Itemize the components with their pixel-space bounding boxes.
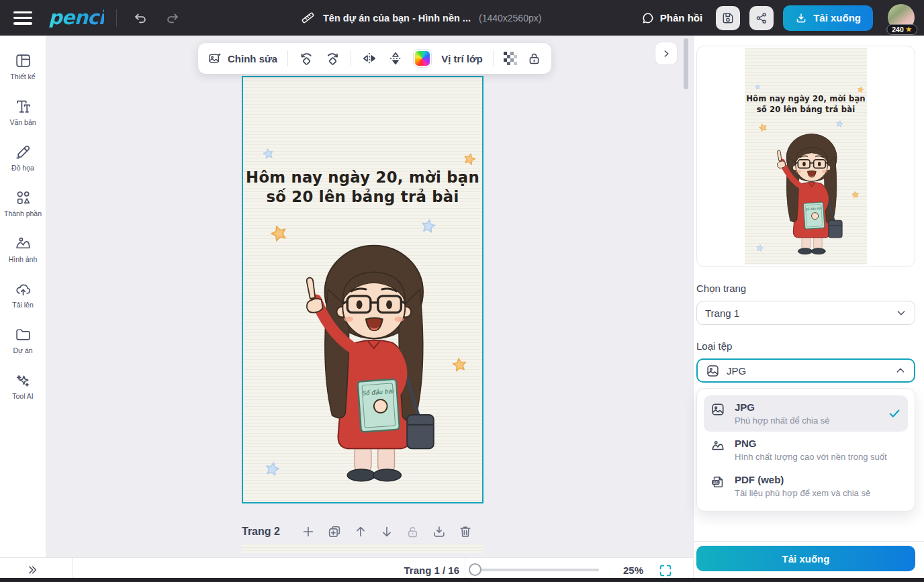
project-title[interactable]: Tên dự án của bạn - Hình nền ... bbox=[323, 13, 471, 23]
redo-icon[interactable] bbox=[164, 9, 181, 27]
jpg-file-icon bbox=[710, 402, 727, 417]
color-picker-swatch[interactable] bbox=[414, 50, 431, 67]
sidebar-item-images[interactable]: Hình ảnh bbox=[0, 226, 46, 272]
file-type-option-jpg[interactable]: JPG Phù hợp nhất để chia sẻ bbox=[704, 395, 908, 432]
lock-icon[interactable] bbox=[527, 52, 541, 66]
jpg-file-icon bbox=[706, 364, 720, 378]
unlock-icon[interactable] bbox=[405, 524, 421, 540]
design-icon bbox=[15, 52, 32, 69]
png-file-icon bbox=[710, 438, 727, 453]
transparency-icon[interactable] bbox=[504, 52, 517, 65]
panel-download-button[interactable]: Tải xuống bbox=[696, 546, 915, 571]
duplicate-page-icon[interactable] bbox=[326, 524, 342, 540]
save-icon bbox=[721, 11, 735, 25]
download-panel: Chọn trang Trang 1 Loại tệp JPG JPG Phù … bbox=[693, 36, 924, 582]
images-icon bbox=[15, 235, 32, 252]
divider bbox=[116, 9, 117, 27]
chevron-down-icon bbox=[896, 307, 907, 318]
share-button[interactable] bbox=[749, 6, 774, 30]
share-icon bbox=[755, 11, 768, 25]
divider bbox=[287, 50, 288, 66]
credits-badge[interactable]: 240★ bbox=[886, 24, 917, 35]
left-sidebar: Thiết kế Văn bản Đồ họa Thành phần Hình … bbox=[0, 36, 46, 557]
edit-button[interactable]: Chỉnh sửa bbox=[208, 52, 277, 66]
fullscreen-icon[interactable] bbox=[658, 563, 673, 578]
design-artwork[interactable] bbox=[243, 77, 482, 502]
file-type-label: Loại tệp bbox=[696, 340, 915, 352]
ruler-icon bbox=[301, 11, 315, 25]
move-down-icon[interactable] bbox=[379, 524, 395, 540]
vertical-scrollbar[interactable] bbox=[684, 38, 688, 89]
star-icon: ★ bbox=[906, 26, 912, 33]
layer-position-button[interactable]: Vị trí lớp bbox=[441, 53, 483, 64]
chevron-up-icon bbox=[895, 365, 906, 376]
sidebar-item-ai-tools[interactable]: Tool AI bbox=[0, 363, 46, 409]
zoom-slider-handle[interactable] bbox=[469, 563, 481, 576]
preview-card bbox=[696, 46, 915, 267]
file-type-option-pdf[interactable]: PDF PDF (web) Tài liệu phù hợp để xem và… bbox=[704, 468, 908, 504]
feedback-icon bbox=[641, 11, 655, 25]
file-type-select[interactable]: JPG bbox=[696, 358, 915, 383]
choose-page-label: Chọn trang bbox=[696, 283, 915, 294]
chevron-right-icon bbox=[661, 49, 671, 58]
collapse-sidebar-icon[interactable] bbox=[23, 561, 42, 579]
flip-horizontal-icon[interactable] bbox=[361, 50, 377, 66]
svg-text:PDF: PDF bbox=[712, 481, 719, 484]
flip-vertical-icon[interactable] bbox=[387, 50, 404, 66]
design-page[interactable] bbox=[242, 76, 483, 503]
sidebar-item-projects[interactable]: Dự án bbox=[0, 318, 46, 363]
feedback-button[interactable]: Phản hồi bbox=[641, 11, 702, 25]
projects-icon bbox=[15, 326, 32, 343]
file-type-menu: JPG Phù hợp nhất để chia sẻ PNG Hình chấ… bbox=[696, 388, 915, 512]
check-icon bbox=[888, 407, 901, 420]
components-icon bbox=[15, 189, 32, 206]
floating-toolbar: Chỉnh sửa Vị trí lớp bbox=[198, 43, 551, 74]
delete-page-icon[interactable] bbox=[457, 524, 473, 540]
ai-tools-icon bbox=[15, 372, 32, 389]
choose-page-select[interactable]: Trang 1 bbox=[696, 301, 915, 325]
rotate-left-icon[interactable] bbox=[298, 50, 314, 66]
add-page-icon[interactable] bbox=[300, 524, 316, 540]
top-bar: penci Tên dự án của bạn - Hình nền ... (… bbox=[0, 0, 924, 36]
sidebar-item-text[interactable]: Văn bản bbox=[0, 89, 46, 135]
bottom-edge bbox=[0, 578, 924, 582]
rotate-right-icon[interactable] bbox=[324, 50, 340, 66]
page-label[interactable]: Trang 2 bbox=[242, 526, 280, 538]
next-page-edge[interactable] bbox=[242, 544, 483, 553]
divider bbox=[694, 541, 924, 542]
menu-icon[interactable] bbox=[13, 11, 32, 25]
sidebar-item-upload[interactable]: Tải lên bbox=[0, 272, 46, 318]
page-controls-row: Trang 2 bbox=[242, 519, 497, 544]
app-logo[interactable]: penci bbox=[48, 8, 104, 28]
edit-image-icon bbox=[208, 52, 222, 66]
download-button[interactable]: Tải xuống bbox=[783, 5, 873, 31]
file-type-option-png[interactable]: PNG Hình chất lượng cao với nền trong su… bbox=[704, 432, 908, 468]
collapse-panel-button[interactable] bbox=[655, 42, 678, 65]
zoom-slider[interactable] bbox=[470, 569, 599, 571]
divider bbox=[351, 50, 351, 66]
graphics-icon bbox=[15, 144, 32, 160]
divider bbox=[493, 50, 494, 66]
undo-icon[interactable] bbox=[132, 9, 149, 27]
upload-icon bbox=[15, 281, 32, 297]
pdf-file-icon: PDF bbox=[710, 475, 727, 489]
text-icon bbox=[15, 98, 32, 115]
page-preview bbox=[745, 48, 867, 264]
sidebar-item-design[interactable]: Thiết kế bbox=[0, 44, 46, 89]
sidebar-item-graphics[interactable]: Đồ họa bbox=[0, 135, 46, 181]
save-button[interactable] bbox=[716, 6, 740, 30]
download-page-icon[interactable] bbox=[431, 524, 447, 540]
canvas-workspace[interactable]: Chỉnh sửa Vị trí lớp Trang 2 bbox=[46, 36, 693, 557]
move-up-icon[interactable] bbox=[353, 524, 369, 540]
project-dimensions: (1440x2560px) bbox=[479, 13, 541, 23]
sidebar-item-components[interactable]: Thành phần bbox=[0, 181, 46, 226]
download-icon bbox=[795, 12, 807, 24]
